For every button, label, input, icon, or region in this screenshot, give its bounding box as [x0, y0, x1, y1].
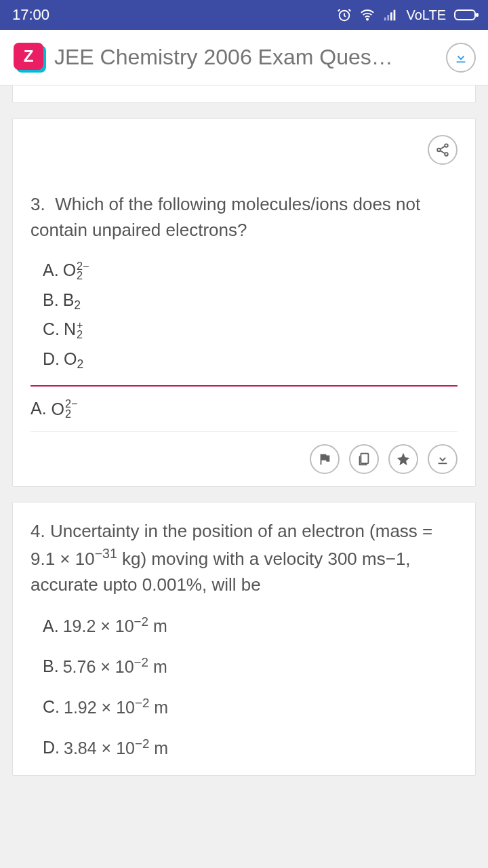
star-button[interactable] [388, 444, 418, 474]
svg-rect-2 [384, 18, 386, 21]
option-a[interactable]: A. 19.2 × 10−2 m [43, 612, 458, 639]
flag-button[interactable] [310, 444, 340, 474]
question-card-3: 3. Which of the following molecules/ions… [12, 118, 476, 487]
status-bar: 17:00 VoLTE [0, 0, 488, 30]
note-button[interactable] [349, 444, 379, 474]
card-actions [30, 444, 458, 474]
svg-rect-5 [394, 10, 396, 21]
option-c[interactable]: C. N +2 [43, 317, 458, 342]
app-header: Z JEE Chemistry 2006 Exam Ques… [0, 30, 488, 85]
app-logo[interactable]: Z [12, 41, 45, 74]
options-list: A. O 2−2 B. B 2 C. N +2 [30, 258, 458, 372]
question-number: 4. [30, 521, 45, 541]
svg-rect-4 [390, 12, 392, 20]
option-c[interactable]: C. 1.92 × 10−2 m [43, 694, 458, 721]
question-number: 3. [30, 194, 45, 214]
answer-row: A. O 2−2 [30, 399, 458, 431]
options-list: A. 19.2 × 10−2 m B. 5.76 × 10−2 m C. 1.9… [30, 612, 458, 761]
question-body: Which of the following molecules/ions do… [30, 194, 420, 240]
logo-letter: Z [14, 43, 43, 70]
option-a[interactable]: A. O 2−2 [43, 258, 458, 283]
download-icon [453, 50, 468, 65]
content-area: 3. Which of the following molecules/ions… [0, 85, 488, 776]
share-icon [435, 142, 450, 157]
option-b[interactable]: B. B 2 [43, 288, 458, 313]
answer-divider [30, 385, 458, 387]
alarm-icon [337, 7, 352, 22]
star-icon [396, 452, 411, 467]
wifi-icon [360, 7, 375, 22]
question-text: 4. Uncertainty in the position of an ele… [30, 519, 458, 598]
option-b[interactable]: B. 5.76 × 10−2 m [43, 653, 458, 680]
svg-rect-3 [388, 15, 390, 20]
status-right: VoLTE [337, 7, 476, 23]
download-icon [435, 452, 450, 467]
battery-icon [454, 9, 476, 20]
status-time: 17:00 [12, 6, 49, 24]
option-d[interactable]: D. O 2 [43, 347, 458, 372]
previous-card-edge [12, 85, 476, 103]
flag-icon [317, 452, 332, 467]
question-card-4: 4. Uncertainty in the position of an ele… [12, 502, 476, 776]
option-d[interactable]: D. 3.84 × 10−2 m [43, 734, 458, 762]
share-button[interactable] [428, 135, 458, 165]
signal-icon [383, 7, 398, 22]
download-button[interactable] [446, 43, 476, 73]
question-text: 3. Which of the following molecules/ions… [30, 192, 458, 243]
svg-point-1 [367, 18, 368, 20]
page-title: JEE Chemistry 2006 Exam Ques… [54, 45, 436, 70]
note-icon [357, 452, 371, 467]
svg-rect-9 [361, 453, 368, 463]
volte-label: VoLTE [406, 7, 446, 23]
save-button[interactable] [428, 444, 458, 474]
